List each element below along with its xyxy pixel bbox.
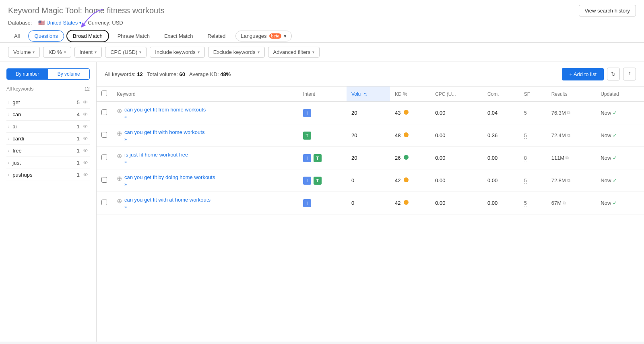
kd-2: 48 [390,124,430,147]
cardi-eye-icon[interactable]: 👁 [83,136,88,142]
results-5: 67M ⧉ [547,192,596,214]
get-eye-icon[interactable]: 👁 [83,99,88,105]
cpc-4: 0.00 [430,169,483,192]
keyword-link-2[interactable]: can you get fit with home workouts » [124,129,204,142]
col-cpc: CPC (U... [430,87,483,102]
kd-chevron-icon: ▾ [64,50,66,54]
sidebar-toggle: By number By volume [6,68,90,80]
languages-chevron-icon: ▾ [284,33,287,39]
just-eye-icon[interactable]: 👁 [83,160,88,166]
refresh-icon: ↻ [611,71,616,77]
row2-checkbox[interactable] [101,132,107,138]
sidebar-item-free[interactable]: › free 1 👁 [6,145,90,157]
intent-badge-t: T [303,132,311,140]
just-chevron-icon: › [8,161,9,165]
tab-exact-match[interactable]: Exact Match [158,30,199,42]
row5-checkbox[interactable] [101,200,107,205]
updated-2: Now ✓ [596,124,644,147]
filter-volume[interactable]: Volume ▾ [8,47,40,58]
col-volume[interactable]: Volu ⇅ [347,87,390,102]
kd-label: KD % [48,49,62,55]
tab-languages[interactable]: Languages beta ▾ [235,31,292,41]
col-kd: KD % [390,87,430,102]
filter-include[interactable]: Include keywords ▾ [150,47,204,58]
com-3: 0.00 [483,147,519,169]
tab-all[interactable]: All [8,30,26,42]
advanced-label: Advanced filters [273,49,311,55]
results-3: 111M ⧉ [547,147,596,169]
sf-2: 5 [519,124,547,147]
tab-related[interactable]: Related [201,30,231,42]
select-all-checkbox[interactable] [101,91,107,96]
refresh-button[interactable]: ↻ [607,68,620,80]
vol-1: 20 [347,102,390,124]
table-row: ⊕ can you get fit by doing home workouts… [97,169,644,192]
languages-label: Languages [241,33,266,39]
sf-5: 5 [519,192,547,214]
row1-checkbox[interactable] [101,109,107,115]
plus-circle-icon: ⊕ [117,175,122,182]
kd-5: 42 [390,192,430,214]
intent-badge-i: I [303,154,311,162]
com-2: 0.36 [483,124,519,147]
intent-badge-t: T [314,154,322,162]
filter-cpc[interactable]: CPC (USD) ▾ [105,47,147,58]
plus-circle-icon: ⊕ [117,130,122,137]
sidebar-item-pushups[interactable]: › pushups 1 👁 [6,169,90,181]
sidebar-item-can[interactable]: › can 4 👁 [6,109,90,121]
intent-chevron-icon: ▾ [95,50,97,54]
keyword-link-3[interactable]: is just fit home workout free » [124,152,188,164]
row4-checkbox[interactable] [101,177,107,183]
tab-phrase-match[interactable]: Phrase Match [111,30,156,42]
keyword-link-5[interactable]: can you get fit with at home workouts » [124,197,211,209]
com-4: 0.00 [483,169,519,192]
pushups-chevron-icon: › [8,173,9,177]
flag-icon: 🇺🇸 [38,20,45,26]
ai-eye-icon[interactable]: 👁 [83,124,88,130]
keyword-link-1[interactable]: can you get fit from home workouts » [124,107,206,119]
keyword-link-4[interactable]: can you get fit by doing home workouts » [124,174,215,187]
cpc-label: CPC (USD) [110,49,137,55]
sidebar-all-keywords-label: All keywords [6,86,33,92]
col-results: Results [547,87,596,102]
sidebar-item-just[interactable]: › just 1 👁 [6,157,90,169]
kd-3: 26 [390,147,430,169]
tab-broad-match[interactable]: Broad Match [66,30,109,42]
sidebar-item-ai[interactable]: › ai 1 👁 [6,121,90,133]
cardi-chevron-icon: › [8,136,9,141]
currency-label: Currency: USD [88,20,123,26]
filter-exclude[interactable]: Exclude keywords ▾ [208,47,265,58]
intent-badge-i: I [303,177,311,185]
row3-checkbox[interactable] [101,154,107,160]
view-history-button[interactable]: View search history [579,5,636,16]
plus-circle-icon: ⊕ [117,152,122,160]
sidebar-item-cardi[interactable]: › cardi 1 👁 [6,133,90,145]
add-to-list-button[interactable]: + Add to list [562,68,604,80]
col-intent: Intent [298,87,347,102]
export-button[interactable]: ↓ [623,68,636,80]
com-5: 0.00 [483,192,519,214]
vol-4: 0 [347,169,390,192]
kd-1: 43 [390,102,430,124]
get-chevron-icon: › [8,100,9,105]
toggle-by-number[interactable]: By number [7,69,48,79]
col-sf: SF [519,87,547,102]
pushups-eye-icon[interactable]: 👁 [83,172,88,178]
include-chevron-icon: ▾ [198,50,200,54]
filter-kd[interactable]: KD % ▾ [43,47,71,58]
free-eye-icon[interactable]: 👁 [83,148,88,154]
database-country-link[interactable]: 🇺🇸 United States ▾ [38,20,81,26]
table-row: ⊕ can you get fit with at home workouts … [97,192,644,214]
tab-questions[interactable]: Questions [28,30,64,42]
can-eye-icon[interactable]: 👁 [83,111,88,117]
filter-intent[interactable]: Intent ▾ [74,47,102,58]
sidebar-item-get[interactable]: › get 5 👁 [6,97,90,109]
intent-label: Intent [80,49,93,55]
vol-5: 0 [347,192,390,214]
filter-advanced[interactable]: Advanced filters ▾ [268,47,320,58]
toggle-by-volume[interactable]: By volume [48,69,90,79]
updated-3: Now ✓ [596,147,644,169]
advanced-chevron-icon: ▾ [312,50,314,54]
include-label: Include keywords [155,49,195,55]
export-icon: ↓ [628,71,631,77]
